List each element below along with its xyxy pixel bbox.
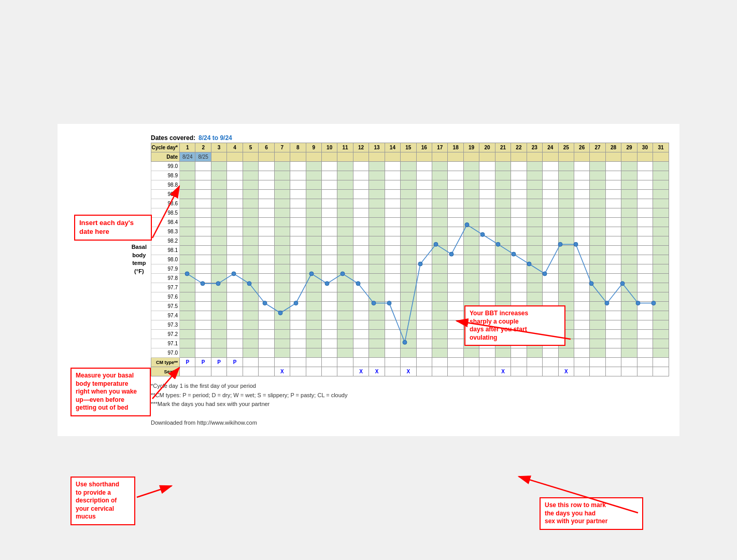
col-24: 24 <box>543 143 558 152</box>
temp-row-982: 98.2 <box>151 236 669 246</box>
insert-date-annotation: Insert each day'sdate here <box>74 215 152 241</box>
cm-3: P <box>211 358 226 367</box>
sex-24 <box>543 367 558 376</box>
left-labels: Basalbodytemp(°F) <box>68 143 151 357</box>
date-30 <box>637 152 653 162</box>
temp-row-976: 97.6 <box>151 292 669 302</box>
date-21 <box>495 152 511 162</box>
cm-19 <box>463 358 479 367</box>
temp-row-984: 98.4 <box>151 218 669 227</box>
cm-11 <box>337 358 353 367</box>
col-5: 5 <box>243 143 258 152</box>
cm-28 <box>605 358 621 367</box>
col-17: 17 <box>432 143 448 152</box>
sex-29 <box>621 367 637 376</box>
temp-row-973: 97.3 <box>151 320 669 330</box>
sex-7: X <box>274 367 290 376</box>
cm-30 <box>637 358 653 367</box>
sex-28 <box>605 367 621 376</box>
col-13: 13 <box>369 143 385 152</box>
shorthand-cm-annotation: Use shorthandto provide adescription ofy… <box>70 477 135 525</box>
cm-12 <box>353 358 368 367</box>
col-7: 7 <box>274 143 290 152</box>
cm-9 <box>306 358 321 367</box>
date-3 <box>211 152 226 162</box>
col-8: 8 <box>290 143 306 152</box>
sex-19 <box>463 367 479 376</box>
date-9 <box>306 152 321 162</box>
temp-row-981: 98.1 <box>151 246 669 255</box>
date-8 <box>290 152 306 162</box>
cm-4: P <box>227 358 243 367</box>
sex-11 <box>337 367 353 376</box>
sex-1 <box>180 367 195 376</box>
sex-3 <box>211 367 226 376</box>
cm-20 <box>479 358 495 367</box>
sex-23 <box>527 367 542 376</box>
sex-row-annotation: Use this row to markthe days you hadsex … <box>540 497 643 530</box>
col-14: 14 <box>385 143 400 152</box>
sex-22 <box>511 367 527 376</box>
sex-16 <box>416 367 432 376</box>
date-17 <box>432 152 448 162</box>
note1: *Cycle day 1 is the first day of your pe… <box>151 382 669 391</box>
dates-covered-label: Dates covered: <box>151 134 195 142</box>
col-23: 23 <box>527 143 542 152</box>
temp-row-970: 97.0 <box>151 348 669 358</box>
date-22 <box>511 152 527 162</box>
note2: **CM types: P = period; D = dry; W = wet… <box>151 391 669 400</box>
col-15: 15 <box>401 143 416 152</box>
date-19 <box>463 152 479 162</box>
sex-13: X <box>369 367 385 376</box>
date-31 <box>653 152 669 162</box>
col-1: 1 <box>180 143 195 152</box>
temp-row-978: 97.8 <box>151 274 669 283</box>
svg-line-34 <box>137 486 172 497</box>
date-29 <box>621 152 637 162</box>
sex-14 <box>385 367 400 376</box>
col-9: 9 <box>306 143 321 152</box>
sex-row: Sex*** X X X <box>151 367 669 376</box>
sex-4 <box>227 367 243 376</box>
col-30: 30 <box>637 143 653 152</box>
cm-27 <box>590 358 605 367</box>
date-row: Date 8/24 8/25 <box>151 152 669 162</box>
date-11 <box>337 152 353 162</box>
cm-6 <box>259 358 274 367</box>
cm-18 <box>448 358 463 367</box>
sex-6 <box>259 367 274 376</box>
cm-22 <box>511 358 527 367</box>
date-28 <box>605 152 621 162</box>
cm-15 <box>401 358 416 367</box>
col-26: 26 <box>574 143 589 152</box>
date-27 <box>590 152 605 162</box>
date-12 <box>353 152 368 162</box>
col-6: 6 <box>259 143 274 152</box>
temp-row-971: 97.1 <box>151 339 669 348</box>
date-18 <box>448 152 463 162</box>
sex-5 <box>243 367 258 376</box>
cm-label: CM type** <box>151 358 180 367</box>
bbt-increases-annotation: Your BBT increasessharply a coupledays a… <box>464 305 565 346</box>
sex-17 <box>432 367 448 376</box>
cm-5 <box>243 358 258 367</box>
grid-container: Cycle day* 1 2 3 4 5 6 7 8 9 10 11 12 13 <box>151 143 669 376</box>
date-25 <box>558 152 574 162</box>
cm-29 <box>621 358 637 367</box>
bbt-axis-label: Basalbodytemp(°F) <box>132 243 147 275</box>
date-16 <box>416 152 432 162</box>
download-section: Downloaded from http://www.wikihow.com <box>151 419 669 426</box>
col-27: 27 <box>590 143 605 152</box>
col-4: 4 <box>227 143 243 152</box>
date-23 <box>527 152 542 162</box>
cm-10 <box>321 358 337 367</box>
cm-13 <box>369 358 385 367</box>
sex-18 <box>448 367 463 376</box>
date-26 <box>574 152 589 162</box>
sex-12: X <box>353 367 368 376</box>
temp-row-988: 98.8 <box>151 180 669 190</box>
col-31: 31 <box>653 143 669 152</box>
col-18: 18 <box>448 143 463 152</box>
cm-16 <box>416 358 432 367</box>
header-row: Dates covered: 8/24 to 9/24 <box>151 134 669 142</box>
